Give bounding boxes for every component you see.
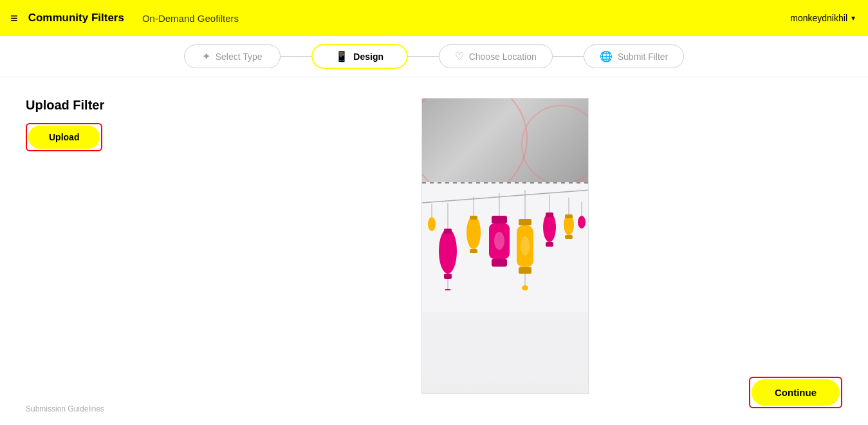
continue-button-wrapper: Continue bbox=[749, 377, 842, 408]
wand-icon: ✦ bbox=[202, 50, 210, 62]
svg-rect-3 bbox=[444, 229, 452, 234]
svg-line-0 bbox=[422, 190, 589, 203]
svg-rect-17 bbox=[519, 219, 531, 225]
svg-point-32 bbox=[428, 217, 436, 231]
step-design[interactable]: 📱 Design bbox=[311, 44, 408, 69]
upload-section: Upload Filter Upload bbox=[26, 98, 167, 403]
filter-preview: Mehndi Neelam & Osman bbox=[421, 98, 589, 394]
chevron-down-icon: ▾ bbox=[851, 14, 855, 23]
submission-guidelines-link[interactable]: Submission Guidelines bbox=[26, 404, 104, 413]
svg-rect-14 bbox=[492, 259, 507, 267]
lanterns-area bbox=[422, 184, 588, 312]
step-submit-filter[interactable]: 🌐 Submit Filter bbox=[584, 44, 685, 68]
filter-bottom-area: Mehndi Neelam & Osman bbox=[422, 377, 588, 394]
svg-point-15 bbox=[494, 232, 504, 250]
username: monkeydnikhil bbox=[790, 13, 847, 23]
svg-rect-26 bbox=[546, 242, 553, 247]
step-select-type-label: Select Type bbox=[216, 52, 263, 62]
svg-rect-29 bbox=[565, 214, 573, 218]
header: ≡ Community Filters On-Demand Geofilters… bbox=[0, 0, 868, 36]
upload-button[interactable]: Upload bbox=[28, 126, 100, 149]
svg-rect-4 bbox=[444, 274, 452, 279]
upload-filter-title: Upload Filter bbox=[26, 98, 167, 113]
svg-point-2 bbox=[439, 229, 457, 274]
step-choose-location[interactable]: ♡ Choose Location bbox=[439, 44, 553, 68]
svg-point-20 bbox=[521, 236, 530, 256]
svg-rect-12 bbox=[492, 216, 507, 223]
filter-middle-area bbox=[422, 312, 588, 377]
location-icon: ♡ bbox=[455, 50, 464, 62]
svg-rect-19 bbox=[519, 267, 531, 274]
svg-rect-25 bbox=[546, 212, 553, 217]
menu-icon[interactable]: ≡ bbox=[10, 11, 18, 26]
upload-button-wrapper: Upload bbox=[26, 123, 102, 151]
step-design-label: Design bbox=[353, 52, 383, 62]
app-title: Community Filters bbox=[28, 12, 124, 24]
step-submit-filter-label: Submit Filter bbox=[618, 52, 669, 62]
filter-top-area bbox=[422, 99, 588, 182]
phone-icon: 📱 bbox=[335, 50, 348, 62]
svg-point-8 bbox=[466, 216, 481, 249]
steps-bar: ✦ Select Type 📱 Design ♡ Choose Location… bbox=[0, 36, 868, 77]
svg-point-34 bbox=[578, 216, 586, 229]
continue-button[interactable]: Continue bbox=[752, 379, 840, 406]
user-menu[interactable]: monkeydnikhil ▾ bbox=[790, 13, 855, 23]
step-connector-1 bbox=[281, 56, 311, 57]
svg-point-22 bbox=[522, 285, 528, 290]
svg-rect-30 bbox=[565, 235, 573, 239]
app-subtitle: On-Demand Geofilters bbox=[142, 13, 239, 24]
globe-icon: 🌐 bbox=[600, 50, 613, 62]
svg-rect-9 bbox=[470, 216, 477, 220]
step-choose-location-label: Choose Location bbox=[469, 52, 537, 62]
svg-rect-10 bbox=[470, 249, 477, 253]
main-content: Upload Filter Upload bbox=[0, 77, 868, 424]
step-connector-3 bbox=[553, 56, 584, 57]
step-select-type[interactable]: ✦ Select Type bbox=[184, 44, 281, 68]
step-connector-2 bbox=[408, 56, 439, 57]
preview-area: Mehndi Neelam & Osman bbox=[167, 98, 842, 403]
